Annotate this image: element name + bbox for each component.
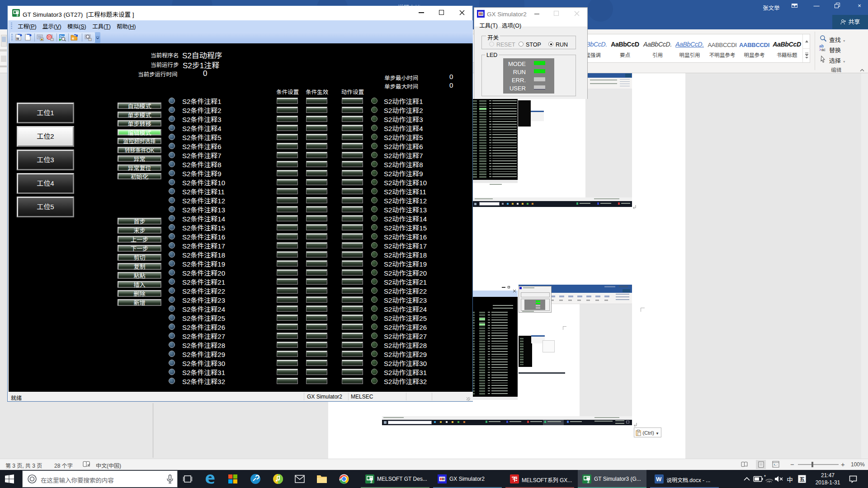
svg-text:3: 3 (16, 13, 19, 17)
svg-text:R: R (72, 37, 74, 40)
svg-text:五: 五 (799, 476, 805, 483)
svg-text:3: 3 (370, 479, 373, 484)
svg-text:*: * (764, 475, 766, 479)
svg-text:3: 3 (587, 479, 590, 484)
svg-text:W: W (656, 476, 662, 483)
svg-text:W: W (16, 37, 19, 40)
